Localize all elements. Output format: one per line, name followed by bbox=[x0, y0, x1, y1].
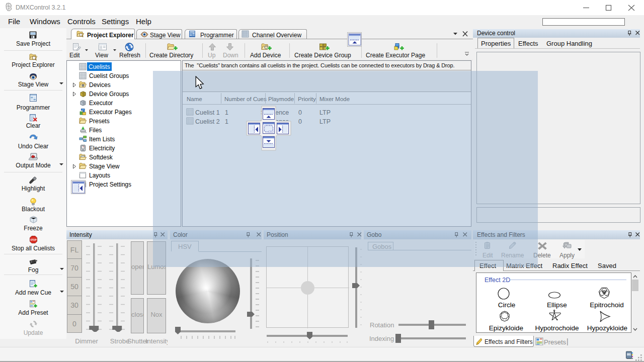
svg-text:STOP: STOP bbox=[30, 239, 36, 241]
